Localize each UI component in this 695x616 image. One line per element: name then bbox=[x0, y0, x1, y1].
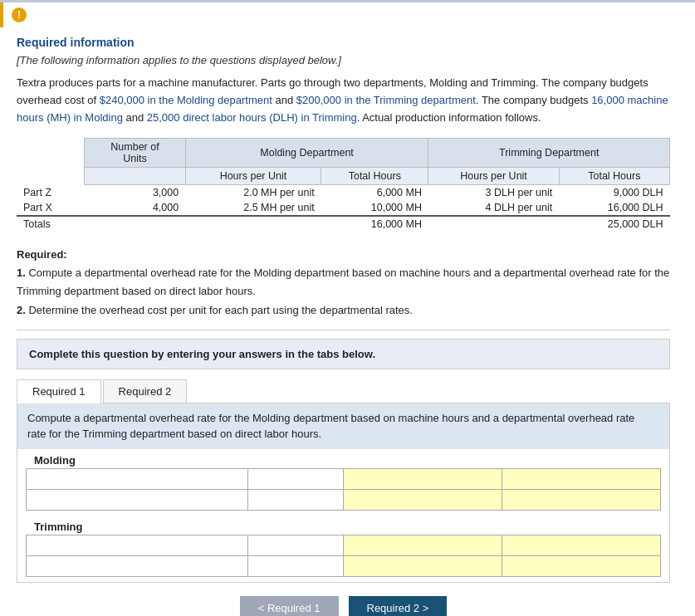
highlight2: $200,000 in the Trimming department bbox=[296, 94, 476, 106]
row-label-totals: Totals bbox=[17, 216, 85, 232]
molding-input-2-1[interactable] bbox=[32, 492, 242, 507]
row-trimming-hpu-z: 3 DLH per unit bbox=[428, 185, 559, 201]
trimming-cell-2-2 bbox=[248, 555, 344, 576]
nav-buttons: < Required 1 Required 2 > bbox=[17, 583, 670, 616]
description-text: Textra produces parts for a machine manu… bbox=[17, 75, 670, 126]
highlight4: 25,000 direct labor hours (DLH) in Trimm… bbox=[147, 111, 357, 124]
row-molding-hpu-x: 2.5 MH per unit bbox=[185, 200, 321, 216]
required-info-title: Required information bbox=[17, 36, 670, 49]
data-table: Number ofUnits Molding Department Trimmi… bbox=[17, 138, 670, 232]
row-molding-total-x: 10,000 MH bbox=[321, 200, 428, 216]
trimming-input-table bbox=[26, 535, 661, 577]
tab-required2[interactable]: Required 2 bbox=[103, 379, 188, 403]
molding-row-2 bbox=[27, 489, 661, 510]
molding-cell-1-4 bbox=[502, 468, 660, 489]
desc-part4: and bbox=[123, 111, 147, 124]
desc-part2: and bbox=[272, 94, 296, 106]
trimming-input-2-1[interactable] bbox=[32, 559, 242, 574]
req-item2: 2. Determine the overhead cost per unit … bbox=[17, 301, 670, 320]
complete-box: Complete this question by entering your … bbox=[17, 339, 670, 369]
tab-required2-label: Required 2 bbox=[119, 385, 172, 398]
subh-molding-hpu: Hours per Unit bbox=[185, 168, 321, 185]
trimming-input-1-2[interactable] bbox=[253, 538, 338, 553]
trimming-cell-1-4 bbox=[502, 535, 660, 555]
molding-cell-1-2 bbox=[248, 468, 344, 489]
trimming-cell-2-1 bbox=[27, 555, 248, 576]
molding-label: Molding bbox=[26, 449, 661, 468]
prev-button[interactable]: < Required 1 bbox=[240, 596, 339, 616]
tab-content: Compute a departmental overhead rate for… bbox=[17, 403, 670, 583]
molding-input-2-2[interactable] bbox=[253, 492, 338, 507]
tab-required1[interactable]: Required 1 bbox=[17, 379, 101, 403]
trimming-input-1-4[interactable] bbox=[507, 538, 655, 553]
molding-cell-2-2 bbox=[248, 489, 344, 510]
molding-input-1-4[interactable] bbox=[507, 472, 655, 486]
trimming-section: Trimming bbox=[17, 516, 669, 582]
tabs-container: Required 1 Required 2 bbox=[17, 379, 670, 403]
molding-input-1-1[interactable] bbox=[32, 472, 242, 486]
table-row-totals: Totals 16,000 MH 25,000 DLH bbox=[17, 216, 670, 232]
molding-cell-2-1 bbox=[27, 489, 248, 510]
table-row: Part X 4,000 2.5 MH per unit 10,000 MH 4… bbox=[17, 200, 670, 216]
trimming-cell-2-4 bbox=[502, 555, 660, 576]
alert-bar: ! bbox=[0, 2, 695, 27]
alert-icon: ! bbox=[12, 7, 27, 22]
required-items: 1. Compute a departmental overhead rate … bbox=[17, 264, 670, 319]
molding-input-1-2[interactable] bbox=[253, 472, 338, 486]
col-header-units: Number ofUnits bbox=[85, 139, 185, 168]
row-label-x: Part X bbox=[17, 200, 85, 216]
trimming-cell-1-1 bbox=[27, 535, 248, 555]
table-row: Part Z 3,000 2.0 MH per unit 6,000 MH 3 … bbox=[17, 185, 670, 201]
trimming-cell-1-3 bbox=[343, 535, 502, 555]
row-label-z: Part Z bbox=[17, 185, 85, 201]
trimming-cell-1-2 bbox=[248, 535, 344, 555]
molding-section: Molding bbox=[17, 449, 669, 516]
row-trimming-total-x: 16,000 DLH bbox=[559, 200, 669, 216]
row-trimming-hpu-x: 4 DLH per unit bbox=[428, 200, 559, 216]
highlight1: $240,000 in the Molding department bbox=[100, 94, 272, 106]
req-item1: 1. Compute a departmental overhead rate … bbox=[17, 264, 670, 301]
molding-input-table bbox=[26, 468, 661, 511]
row-units-x: 4,000 bbox=[85, 200, 185, 216]
required-section: Required: 1. Compute a departmental over… bbox=[17, 248, 670, 319]
row-molding-hpu-z: 2.0 MH per unit bbox=[185, 185, 321, 201]
col-header-molding: Molding Department bbox=[185, 139, 428, 168]
tab-instruction: Compute a departmental overhead rate for… bbox=[17, 403, 669, 449]
trimming-input-2-2[interactable] bbox=[253, 559, 338, 574]
subh-molding-total: Total Hours bbox=[321, 168, 428, 185]
molding-cell-1-3 bbox=[343, 468, 502, 489]
trimming-cell-2-3 bbox=[343, 555, 502, 576]
trimming-input-1-1[interactable] bbox=[32, 538, 242, 553]
row-molding-total-z: 6,000 MH bbox=[321, 185, 428, 201]
molding-row-1 bbox=[27, 468, 661, 489]
trimming-row-1 bbox=[27, 535, 661, 555]
desc-part5: . Actual production information follows. bbox=[357, 111, 541, 124]
required-header: Required: bbox=[17, 248, 670, 261]
trimming-row-2 bbox=[27, 555, 661, 576]
molding-cell-2-3 bbox=[343, 489, 502, 510]
italic-note: [The following information applies to th… bbox=[17, 54, 670, 66]
subh-trimming-total: Total Hours bbox=[559, 168, 669, 185]
desc-part3: . The company budgets bbox=[476, 94, 591, 106]
row-units-z: 3,000 bbox=[85, 185, 185, 201]
row-trimming-total-all: 25,000 DLH bbox=[559, 216, 669, 232]
molding-input-1-3[interactable] bbox=[349, 472, 497, 486]
tab-required1-label: Required 1 bbox=[32, 385, 86, 398]
next-button[interactable]: Required 2 > bbox=[349, 596, 448, 616]
col-header-trimming: Trimming Department bbox=[428, 139, 670, 168]
subh-trimming-hpu: Hours per Unit bbox=[428, 168, 559, 185]
trimming-label: Trimming bbox=[26, 516, 661, 535]
molding-cell-1-1 bbox=[27, 468, 248, 489]
trimming-input-1-3[interactable] bbox=[349, 538, 497, 553]
molding-cell-2-4 bbox=[502, 489, 660, 510]
row-molding-total-all: 16,000 MH bbox=[321, 216, 428, 232]
row-trimming-total-z: 9,000 DLH bbox=[559, 185, 669, 201]
main-content: Required information [The following info… bbox=[0, 27, 695, 616]
